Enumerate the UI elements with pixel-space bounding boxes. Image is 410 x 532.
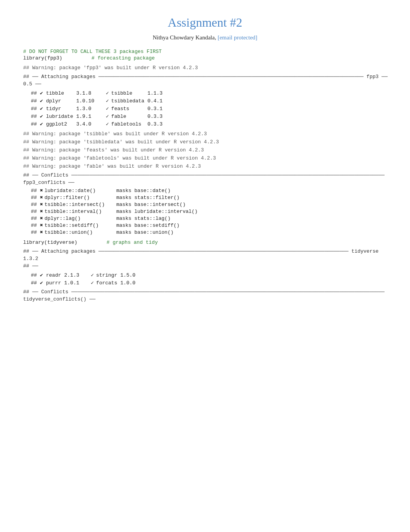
table-row: ## ✖ dplyr::lag() masks stats::lag() (31, 215, 205, 222)
table-row: ## ✖ dplyr::filter() masks stats::filter… (31, 194, 205, 201)
warning-text: ## Warning: package 'fable' was built un… (23, 163, 387, 169)
warning-text: ## Warning: package 'tsibbledata' was bu… (23, 139, 387, 145)
conflicts-tidyverse-header: ## ── Conflicts ────────────────────────… (23, 289, 387, 295)
packages-table-tidyverse: ## ✔ readr 2.1.3 ✓ stringr 1.5.0 ## ✔ pu… (31, 271, 139, 287)
library-fpp3-code: library(fpp3) (23, 55, 62, 61)
warning-text: ## Warning: package 'fabletools' was bui… (23, 155, 387, 161)
table-row: ## ✔ readr 2.1.3 ✓ stringr 1.5.0 (31, 271, 139, 279)
warning-text: ## Warning: package 'tsibble' was built … (23, 131, 387, 137)
author-name: Nithya Chowdary Kandala, (152, 34, 216, 41)
attaching-fpp3-divider: ## ── Attaching packages ───────────────… (23, 74, 387, 80)
table-row: ## ✖ lubridate::date() masks base::date(… (31, 187, 205, 194)
table-row: ## ✖ tsibble::setdiff() masks base::setd… (31, 222, 205, 229)
tidyverse-blank: ## ── (23, 263, 387, 269)
tidyverse-conflicts-label: tidyverse_conflicts() ── (23, 296, 387, 302)
table-row: ## ✖ tsibble::union() masks base::union(… (31, 229, 205, 236)
table-row: ## ✔ lubridate 1.9.1 ✓ fable 0.3.3 (31, 112, 166, 120)
conflicts-fpp3-header: ## ── Conflicts ────────────────────────… (23, 172, 387, 178)
library-fpp3-comment: # forecasting package (91, 55, 155, 61)
library-tidyverse-code: library(tidyverse) (23, 240, 77, 245)
author-email: [email protected] (218, 34, 258, 41)
table-row: ## ✔ tibble 3.1.8 ✓ tsibble 1.1.3 (31, 89, 166, 97)
warning-text: ## Warning: package 'feasts' was built u… (23, 147, 387, 153)
fpp3-conflicts-label: fpp3_conflicts ── (23, 180, 387, 185)
attaching-fpp3-text: ## ── Attaching packages ───────────────… (23, 74, 388, 80)
table-row: ## ✔ purrr 1.0.1 ✓ forcats 1.0.0 (31, 279, 139, 287)
header-comment: # DO NOT FORGET TO CALL THESE 3 packages… (23, 49, 387, 54)
library-tidyverse-line: library(tidyverse) # graphs and tidy (23, 240, 387, 245)
tidyverse-version: 1.3.2 (23, 256, 387, 262)
packages-table-fpp3: ## ✔ tibble 3.1.8 ✓ tsibble 1.1.3 ## ✔ d… (31, 89, 166, 128)
library-fpp3-line: library(fpp3) # forecasting package (23, 55, 387, 61)
table-row: ## ✖ tsibble::interval() masks lubridate… (31, 208, 205, 215)
table-row: ## ✔ ggplot2 3.4.0 ✓ fabletools 0.3.3 (31, 120, 166, 128)
page-title: Assignment #2 (23, 15, 387, 30)
warning-fpp3: ## Warning: package 'fpp3' was built und… (23, 65, 387, 71)
conflicts-table-fpp3: ## ✖ lubridate::date() masks base::date(… (31, 187, 205, 236)
fpp3-version: 0.5 ── (23, 81, 387, 87)
library-tidyverse-comment: # graphs and tidy (107, 240, 158, 245)
table-row: ## ✖ tsibble::intersect() masks base::in… (31, 201, 205, 208)
table-row: ## ✔ dplyr 1.0.10 ✓ tsibbledata 0.4.1 (31, 97, 166, 105)
author-line: Nithya Chowdary Kandala, [email protecte… (23, 34, 387, 41)
table-row: ## ✔ tidyr 1.3.0 ✓ feasts 0.3.1 (31, 105, 166, 112)
attaching-tidyverse-divider: ## ── Attaching packages ───────────────… (23, 248, 387, 254)
